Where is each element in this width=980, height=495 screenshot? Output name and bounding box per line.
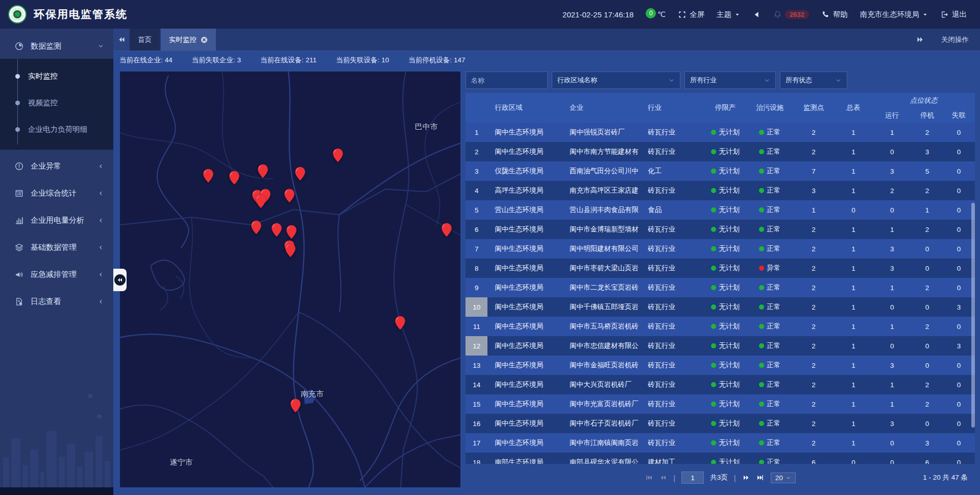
status-dot (759, 130, 764, 135)
sidebar-item[interactable]: 基础数据管理 (0, 234, 113, 261)
table-row[interactable]: 6 阆中生态环境局 阆中市金博瑞新型墙材 砖瓦行业 无计划 正常 2 1 1 (465, 220, 975, 239)
cell-limit: 无计划 (704, 239, 747, 258)
cell-company: 阆中市金博瑞新型墙材 (568, 220, 646, 239)
app-header: 环保用电监管系统 2021-02-25 17:46:18 0 ℃ 全屏 主题 2… (0, 0, 980, 29)
sidebar-item[interactable]: 企业综合统计 (0, 180, 113, 207)
org-dropdown[interactable]: 南充市生态环境局 (860, 10, 928, 19)
cell-offline: 0 (943, 317, 975, 336)
double-left-icon (118, 36, 126, 43)
cell-company: 阆中市枣碧大梁山页岩 (568, 258, 646, 278)
sidebar-item[interactable]: 应急减排管理 (0, 261, 113, 288)
theme-dropdown[interactable]: 主题 (717, 10, 740, 19)
status-dot (759, 304, 764, 310)
page-first-icon[interactable] (645, 474, 653, 482)
range-label: 1 - 20 共 47 条 (923, 473, 968, 482)
map-pin-icon[interactable] (332, 149, 343, 163)
cell-meters: 1 (835, 336, 873, 356)
sound-button[interactable] (752, 10, 761, 19)
table-row[interactable]: 1 阆中生态环境局 阆中强锐页岩砖厂 砖瓦行业 无计划 正常 2 1 1 2 (465, 123, 975, 142)
table-row[interactable]: 5 营山生态环境局 营山县润丰肉食品有限 食品 无计划 正常 1 0 0 1 (465, 200, 975, 220)
map-pin-icon[interactable] (284, 189, 295, 203)
table-row[interactable]: 16 阆中生态环境局 阆中市石子页岩机砖厂 砖瓦行业 无计划 正常 2 1 3 (465, 414, 975, 433)
status-select[interactable]: 所有状态 (780, 72, 847, 89)
sidebar-item[interactable]: 企业异常 (0, 153, 113, 180)
map-pin-icon[interactable] (295, 167, 305, 181)
report-icon (14, 188, 24, 198)
map-pin-icon[interactable] (285, 243, 296, 257)
sidebar-subitem[interactable]: 实时监控 (0, 63, 113, 89)
table-row[interactable]: 14 阆中生态环境局 阆中大兴页岩机砖厂 砖瓦行业 无计划 正常 2 1 1 (465, 375, 975, 394)
page-size-select[interactable]: 20 (771, 473, 796, 483)
cell-meters: 1 (835, 123, 873, 142)
table-row[interactable]: 7 阆中生态环境局 阆中明阳建材有限公司 砖瓦行业 无计划 正常 2 1 3 (465, 239, 975, 258)
tabs-scroll-right-button[interactable] (912, 36, 928, 43)
notifications-button[interactable]: 2632 (773, 10, 809, 19)
layers-icon (14, 243, 24, 252)
cell-offline: 0 (943, 453, 975, 464)
table-row[interactable]: 2 阆中生态环境局 阆中市南方节能建材有 砖瓦行业 无计划 正常 2 1 0 (465, 142, 975, 161)
page-number-input[interactable] (681, 472, 704, 484)
map-pin-icon[interactable] (258, 164, 268, 178)
table-row[interactable]: 12 阆中生态环境局 阆中市忠信建材有限公 砖瓦行业 无计划 正常 2 1 0 (465, 336, 975, 356)
cell-company: 阆中市石子页岩机砖厂 (568, 414, 646, 433)
sidebar-subitem[interactable]: 企业电力负荷明细 (0, 116, 113, 143)
logout-button[interactable]: 退出 (940, 10, 967, 19)
map-pin-icon[interactable] (229, 171, 240, 185)
close-icon[interactable] (201, 36, 208, 43)
tabs-scroll-left-button[interactable] (113, 29, 130, 51)
fullscreen-button[interactable]: 全屏 (678, 10, 704, 19)
cell-points: 2 (793, 356, 835, 375)
help-button[interactable]: 帮助 (821, 10, 848, 19)
map-pin-icon[interactable] (203, 169, 213, 183)
sidebar-item[interactable]: 企业用电量分析 (0, 207, 113, 234)
map-collapse-button[interactable] (113, 269, 127, 291)
table-row[interactable]: 17 阆中生态环境局 阆中市江南镇阆南页岩 砖瓦行业 无计划 正常 2 1 0 (465, 433, 975, 453)
cell-points: 2 (793, 433, 835, 453)
tab-realtime-monitor[interactable]: 实时监控 (161, 29, 216, 51)
name-search-input[interactable] (465, 72, 548, 89)
cell-industry: 砖瓦行业 (646, 394, 704, 414)
sidebar-subitem[interactable]: 视频监控 (0, 89, 113, 116)
cell-points: 2 (793, 142, 835, 161)
cell-points: 2 (793, 239, 835, 258)
cell-region: 阆中生态环境局 (487, 258, 568, 278)
table-row[interactable]: 11 阆中生态环境局 阆中市五马桥页岩机砖 砖瓦行业 无计划 正常 2 1 1 (465, 317, 975, 336)
cell-stopped: 2 (912, 278, 943, 297)
status-dot (711, 207, 716, 213)
tab-home[interactable]: 首页 (130, 29, 160, 51)
page-last-icon[interactable] (756, 474, 765, 482)
map-pin-icon[interactable] (256, 194, 266, 208)
map-pin-icon[interactable] (395, 316, 405, 330)
region-select[interactable]: 行政区域名称 (552, 72, 680, 89)
map-pin-icon[interactable] (290, 399, 301, 413)
cell-offline: 0 (943, 278, 975, 297)
page-prev-icon[interactable] (659, 474, 667, 482)
page-next-icon[interactable] (742, 474, 750, 482)
map-pin-icon[interactable] (442, 223, 452, 237)
chevron-left-icon (97, 217, 104, 224)
close-operations-button[interactable]: 关闭操作 (941, 35, 969, 44)
cell-region: 南部生态环境局 (487, 453, 568, 464)
table-row[interactable]: 15 阆中生态环境局 阆中市光富页岩机砖厂 砖瓦行业 无计划 正常 2 1 1 (465, 394, 975, 414)
table-row[interactable]: 3 仪陇生态环境局 西南油气田分公司川中 化工 无计划 正常 7 1 3 5 (465, 161, 975, 181)
table-row[interactable]: 18 南部生态环境局 南部县砚华水泥有限公 建材加工 无计划 正常 6 0 0 (465, 453, 975, 464)
table-scrollbar[interactable] (971, 203, 975, 428)
industry-select[interactable]: 所有行业 (684, 72, 776, 89)
sidebar-item-data-monitoring[interactable]: 数据监测 (0, 33, 113, 59)
cell-facility: 正常 (747, 239, 793, 258)
sidebar-item[interactable]: 日志查看 (0, 288, 113, 315)
app-logo (8, 5, 27, 23)
map-pin-icon[interactable] (286, 225, 297, 239)
map-pin-icon[interactable] (271, 223, 282, 237)
table-row[interactable]: 9 阆中生态环境局 阆中市二龙长宝页岩砖 砖瓦行业 无计划 正常 2 1 1 (465, 278, 975, 297)
cell-limit: 无计划 (704, 297, 747, 317)
map-pin-icon[interactable] (251, 220, 261, 234)
table-row[interactable]: 13 阆中生态环境局 阆中市金福旺页岩机砖 砖瓦行业 无计划 正常 2 1 3 (465, 356, 975, 375)
cell-stopped: 0 (912, 414, 943, 433)
table-row[interactable]: 8 阆中生态环境局 阆中市枣碧大梁山页岩 砖瓦行业 无计划 异常 2 1 3 (465, 258, 975, 278)
cell-limit: 无计划 (704, 433, 747, 453)
temperature-value: 0 (646, 8, 656, 18)
table-row[interactable]: 4 高坪生态环境局 南充市高坪区王家店建 砖瓦行业 无计划 正常 3 1 2 (465, 181, 975, 200)
map[interactable]: 巴中市南充市遂宁市 (120, 72, 460, 487)
table-row[interactable]: 10 阆中生态环境局 阆中千佛镇五郎垭页岩 砖瓦行业 无计划 正常 2 1 0 (465, 297, 975, 317)
